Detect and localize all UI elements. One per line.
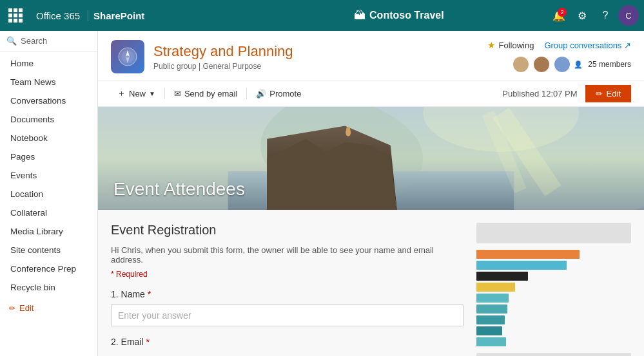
chart-bar-teal4 — [476, 326, 502, 335]
hero-image: Event Attendees — [98, 107, 644, 210]
sidebar-item-media-library[interactable]: Media Library — [0, 222, 97, 241]
edit-label: Edit — [19, 303, 34, 313]
sidebar-item-conversations[interactable]: Conversations — [0, 91, 97, 110]
mountain-icon: 🏔 — [354, 9, 366, 23]
member-avatar-2 — [532, 55, 551, 73]
toolbar-divider-1 — [164, 88, 165, 99]
toolbar-left: ＋ New ▼ ✉ Send by email 🔊 Promote — [111, 84, 502, 102]
left-sidebar: 🔍 Search Home Team News Conversations Do… — [0, 31, 98, 356]
sidebar-item-documents[interactable]: Documents — [0, 110, 97, 129]
question-icon: ? — [603, 10, 609, 21]
chart-header-bar — [476, 223, 631, 243]
chart-bar-teal2 — [476, 304, 507, 314]
edit-page-button[interactable]: ✏ Edit — [585, 85, 631, 102]
app-launcher-button[interactable] — [5, 5, 26, 26]
page-content: Event Registration Hi Chris, when you su… — [98, 210, 644, 356]
site-title: Contoso Travel — [369, 10, 444, 21]
chart-bar-teal1 — [476, 294, 509, 303]
sidebar-edit-button[interactable]: ✏ Edit — [0, 299, 97, 317]
search-bar[interactable]: 🔍 Search — [0, 31, 97, 52]
chart-bar-row-1 — [476, 250, 631, 259]
chart-bar-yellow — [476, 283, 515, 292]
sidebar-item-team-news[interactable]: Team News — [0, 73, 97, 91]
sharepoint-link[interactable]: SharePoint — [93, 10, 144, 21]
chart-bars — [476, 250, 631, 346]
sidebar-chart — [476, 223, 631, 356]
chart-bar-teal3 — [476, 315, 505, 324]
question1-label: 1. Name * — [111, 289, 463, 299]
sidebar-item-notebook[interactable]: Notebook — [0, 129, 97, 147]
new-label: New — [129, 89, 146, 98]
published-status: Published 12:07 PM — [502, 89, 577, 98]
chart-bar-row-5 — [476, 294, 631, 303]
sidebar-item-collateral[interactable]: Collateral — [0, 203, 97, 222]
group-name: Strategy and Planning — [153, 43, 293, 60]
form-title: Event Registration — [111, 223, 463, 238]
members-icon: 👤 — [574, 61, 583, 69]
sidebar-item-home[interactable]: Home — [0, 54, 97, 73]
notification-button[interactable]: 🔔 2 — [549, 5, 569, 26]
chart-bar-row-7 — [476, 315, 631, 324]
chart-bar-row-3 — [476, 272, 631, 281]
group-info: Strategy and Planning Public group | Gen… — [111, 40, 293, 73]
chart-bar-row-2 — [476, 261, 631, 270]
members-row: 👤 25 members — [487, 55, 632, 73]
hero-title: Event Attendees — [113, 179, 629, 200]
svg-point-11 — [346, 127, 350, 131]
sidebar-item-conference-prep[interactable]: Conference Prep — [0, 259, 97, 278]
group-header: Strategy and Planning Public group | Gen… — [98, 31, 644, 80]
top-navigation: Office 365 SharePoint 🏔 Contoso Travel 🔔… — [0, 0, 644, 31]
member-avatar-3 — [553, 55, 571, 73]
new-chevron-icon: ▼ — [149, 90, 155, 97]
sidebar-item-location[interactable]: Location — [0, 185, 97, 203]
sidebar-item-events[interactable]: Events — [0, 166, 97, 185]
send-by-email-button[interactable]: ✉ Send by email — [168, 86, 244, 102]
sidebar-item-site-contents[interactable]: Site contents — [0, 241, 97, 259]
group-icon — [111, 40, 144, 73]
name-input[interactable] — [111, 304, 463, 326]
question2-label: 2. Email * — [111, 337, 463, 347]
promote-button[interactable]: 🔊 Promote — [249, 86, 307, 102]
group-meta: Public group | General Purpose — [153, 62, 293, 71]
chart-bar-row-9 — [476, 337, 631, 346]
question1-required-star: * — [148, 289, 151, 299]
following-button[interactable]: ★ Following — [487, 40, 534, 50]
form-description: Hi Chris, when you submit this form, the… — [111, 245, 463, 265]
group-right-actions: ★ Following Group conversations ↗ 👤 25 m… — [487, 40, 632, 73]
help-button[interactable]: ? — [595, 5, 616, 26]
chart-footer-bar — [476, 353, 631, 356]
email-icon: ✉ — [174, 89, 181, 98]
chart-bar-row-8 — [476, 326, 631, 335]
office365-link[interactable]: Office 365 — [28, 10, 88, 21]
hero-overlay: Event Attendees — [98, 169, 644, 210]
top-nav-actions: 🔔 2 ⚙ ? C — [549, 5, 639, 26]
chart-bar-row-4 — [476, 283, 631, 292]
sidebar-item-recycle-bin[interactable]: Recycle bin — [0, 278, 97, 297]
compass-icon — [117, 46, 138, 67]
settings-button[interactable]: ⚙ — [572, 5, 592, 26]
pencil-icon: ✏ — [9, 304, 15, 313]
gear-icon: ⚙ — [578, 10, 587, 22]
site-logo-area: 🏔 Contoso Travel — [354, 9, 444, 23]
content-area: Strategy and Planning Public group | Gen… — [98, 31, 644, 356]
member-avatar-1 — [512, 55, 530, 73]
chart-bar-orange — [476, 250, 580, 259]
main-layout: 🔍 Search Home Team News Conversations Do… — [0, 31, 644, 356]
required-star: * — [111, 270, 114, 279]
star-icon: ★ — [487, 40, 496, 50]
form-section: Event Registration Hi Chris, when you su… — [111, 223, 463, 356]
question2-required-star: * — [146, 337, 149, 347]
waffle-icon — [8, 8, 23, 23]
chart-bar-row-6 — [476, 304, 631, 314]
sidebar-item-pages[interactable]: Pages — [0, 147, 97, 166]
user-avatar[interactable]: C — [618, 5, 639, 26]
sidebar-nav: Home Team News Conversations Documents N… — [0, 52, 97, 299]
page-toolbar: ＋ New ▼ ✉ Send by email 🔊 Promote Publis… — [98, 80, 644, 107]
required-text: Required — [116, 270, 148, 279]
following-label: Following — [499, 41, 534, 50]
group-conversations-link[interactable]: Group conversations ↗ — [544, 41, 631, 50]
search-label: Search — [21, 36, 47, 46]
new-button[interactable]: ＋ New ▼ — [111, 84, 162, 102]
plus-icon: ＋ — [117, 88, 126, 99]
group-text-info: Strategy and Planning Public group | Gen… — [153, 43, 293, 71]
